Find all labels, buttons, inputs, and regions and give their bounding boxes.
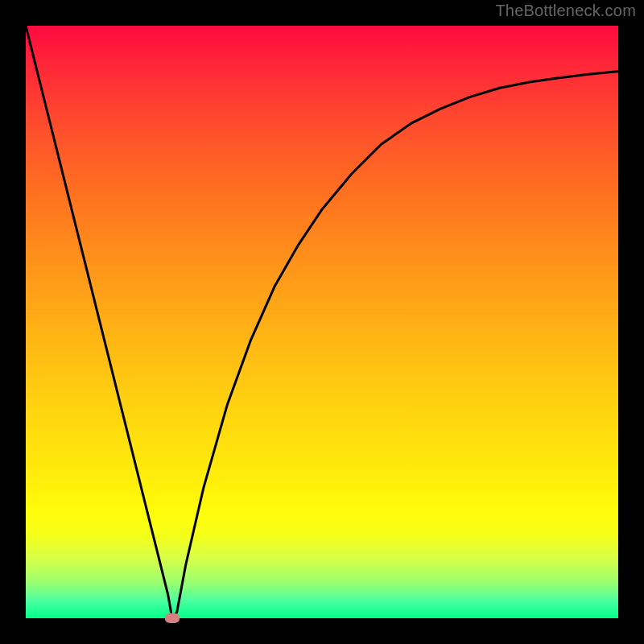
watermark-text: TheBottleneck.com [495, 2, 636, 20]
plot-area [26, 26, 618, 618]
curve-layer [26, 26, 618, 618]
marker-dot [165, 613, 180, 623]
bottleneck-curve [26, 26, 618, 618]
chart-container: TheBottleneck.com [0, 0, 644, 644]
